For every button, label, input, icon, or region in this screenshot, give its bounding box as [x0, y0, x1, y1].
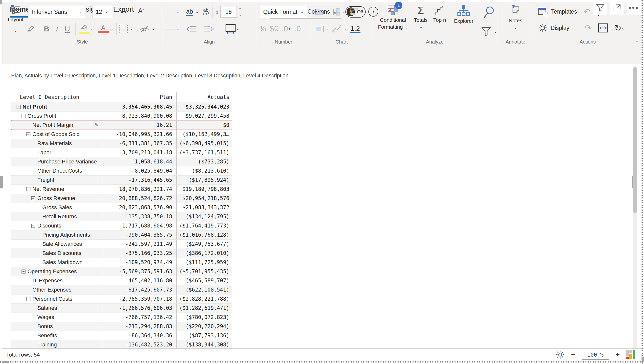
plan-value[interactable]: -213,294,288.83 [103, 322, 177, 331]
table-row[interactable]: Pricing Adjustments ✎ -990,404,385.75 ($… [12, 230, 232, 239]
table-row[interactable]: Freight ✎ -17,316,445.65 ($17,895,924) [12, 175, 232, 184]
actuals-value[interactable]: ($138,344,308) [177, 340, 232, 348]
table-row[interactable]: Cost of Goods Sold ✎ -10,046,995,321.66 … [12, 130, 232, 139]
column-width-button[interactable] [225, 24, 236, 34]
actuals-value[interactable]: ($220,220,294) [177, 322, 232, 331]
actuals-value[interactable]: ($87,793,136) [177, 331, 232, 340]
table-row[interactable]: Purchase Price Variance ✎ -1,058,618.44 … [12, 157, 232, 166]
borders-button[interactable] [120, 25, 128, 33]
bold-button[interactable]: B [41, 25, 52, 33]
plan-value[interactable]: -109,520,974.49 [103, 258, 177, 267]
collapse-toggle-icon[interactable] [22, 270, 26, 274]
actuals-value[interactable]: ($8,213,610) [177, 166, 232, 175]
actuals-value[interactable]: $21,088,343,372 [177, 203, 232, 212]
redo-button[interactable]: ↷ [585, 23, 592, 33]
waterfall-chart-button[interactable]: ⌄ [350, 8, 364, 16]
increase-indent-button[interactable] [203, 25, 214, 33]
actuals-value[interactable]: ($1,282,619,471) [177, 304, 232, 312]
collapse-ribbon-chevron[interactable]: ⌄ [635, 38, 639, 44]
collapse-toggle-icon[interactable] [22, 114, 26, 118]
actuals-value[interactable]: ($111,725,959) [177, 258, 232, 267]
undo-button[interactable]: ↶ [583, 7, 590, 16]
plan-value[interactable]: 8,923,840,900.08 [103, 112, 177, 120]
table-row[interactable]: Other Expenses ✎ -617,425,607.73 ($622,1… [12, 285, 232, 294]
plan-value[interactable]: -375,166,033.25 [103, 249, 177, 258]
actuals-value[interactable]: ($10,162,499,3… [177, 130, 232, 139]
table-row[interactable]: Personnel Costs ✎ -2,785,359,707.18 ($2,… [12, 294, 232, 304]
table-row[interactable]: Raw Materials ✎ -6,311,381,367.35 ($6,39… [12, 139, 232, 148]
plan-value[interactable]: -990,404,385.75 [103, 230, 177, 239]
table-row[interactable]: Other Direct Costs ✎ -8,025,849.04 ($8,2… [12, 166, 232, 175]
table-row[interactable]: Sales Markdown ✎ -109,520,974.49 ($111,7… [12, 258, 232, 267]
italic-button[interactable]: I [52, 25, 62, 33]
wrap-text-button[interactable]: abc↵ [203, 8, 209, 16]
decrease-font-button[interactable]: Aˇ [138, 7, 144, 15]
templates-button[interactable]: Templates [538, 7, 577, 16]
increase-font-button[interactable]: Aˆ [121, 6, 128, 15]
font-size-select[interactable]: 12 ⌄ [93, 6, 112, 18]
actuals-value[interactable]: ($249,753,677) [177, 240, 232, 248]
focus-mode-button[interactable] [610, 1, 624, 14]
actuals-value[interactable]: ($2,828,221,788) [177, 294, 232, 304]
plan-value[interactable]: -2,785,359,707.18 [103, 294, 177, 304]
visual-filter-button[interactable] [593, 1, 607, 14]
actuals-value[interactable]: $3,325,344,023 [177, 102, 232, 111]
number-format-button[interactable]: 1.2 [350, 25, 360, 33]
top-n-button[interactable]: Top n [433, 4, 446, 23]
actuals-value[interactable]: $19,189,798,803 [177, 185, 232, 194]
plan-value[interactable]: -766,757,136.42 [103, 313, 177, 322]
conditional-formatting-button[interactable]: 1 Conditional Formatting ⌄ [377, 5, 409, 31]
actuals-value[interactable]: ($3,737,161,511) [177, 148, 232, 157]
totals-button[interactable]: Σ Totals ⌄ [414, 5, 427, 30]
explorer-button[interactable]: Explorer [454, 5, 473, 24]
actuals-value[interactable]: ($622,108,541) [177, 285, 232, 294]
font-color-button[interactable]: A [98, 25, 109, 34]
table-row[interactable]: Sales Discounts ✎ -375,166,033.25 ($386,… [12, 248, 232, 258]
table-row[interactable]: Net Profit Margin ✎ 16.21 $0 [12, 120, 232, 130]
table-row[interactable]: Bonus ✎ -213,294,288.83 ($220,220,294) [12, 322, 232, 331]
actuals-value[interactable]: ($386,172,010) [177, 249, 232, 258]
actuals-value[interactable]: ($134,124,795) [177, 212, 232, 221]
table-row[interactable]: Gross Revenue ✎ 20,688,524,826.72 $20,95… [12, 194, 232, 203]
plan-value[interactable]: -617,425,607.73 [103, 285, 177, 294]
hide-values-button[interactable] [140, 25, 150, 33]
increase-decimal-button[interactable]: .0+ [282, 24, 291, 34]
table-row[interactable]: IT Expenses ✎ -465,402,116.80 ($465,589,… [12, 276, 232, 285]
column-header-actuals[interactable]: Actuals [177, 92, 232, 102]
actuals-value[interactable]: ($6,398,495,015) [177, 139, 232, 148]
plan-value[interactable]: -242,597,211.49 [103, 240, 177, 248]
table-chart-button[interactable]: ⌄ [314, 25, 329, 33]
table-row[interactable]: Operating Expenses ✎ -5,569,375,591.63 (… [12, 267, 232, 276]
collapse-toggle-icon[interactable] [27, 132, 31, 136]
plan-value[interactable]: -1,266,576,606.03 [103, 304, 177, 312]
row-height-input[interactable]: 18 [220, 6, 237, 18]
table-row[interactable]: Sale Allowances ✎ -242,597,211.49 ($249,… [12, 239, 232, 248]
plan-value[interactable]: -1,717,688,604.98 [103, 221, 177, 230]
plan-value[interactable]: -135,338,750.18 [103, 212, 177, 221]
actuals-value[interactable]: ($17,895,924) [177, 176, 232, 184]
plan-value[interactable]: -17,316,445.65 [103, 176, 177, 184]
column-header-level0[interactable]: Level 0 Description [12, 92, 103, 102]
horizontal-align-button[interactable] [166, 28, 176, 30]
plan-value[interactable]: -86,364,340.36 [103, 331, 177, 340]
underline-button[interactable]: U [62, 25, 73, 33]
zoom-out-button[interactable]: − [571, 350, 575, 359]
table-row[interactable]: Benefits ✎ -86,364,340.36 ($87,793,136) [12, 331, 232, 340]
table-row[interactable]: Net Profit ✎ 3,354,465,308.45 $3,325,344… [12, 102, 232, 111]
plan-value[interactable]: -465,402,116.80 [103, 276, 177, 285]
percent-format-button[interactable]: % [259, 24, 266, 34]
plan-value[interactable]: 20,688,524,826.72 [103, 194, 177, 203]
bar-chart-button[interactable]: ⌄ [314, 8, 329, 16]
table-row[interactable]: Gross Sales ✎ 20,823,863,576.90 $21,088,… [12, 203, 232, 212]
table-row[interactable]: Discounts ✎ -1,717,688,604.98 ($1,764,41… [12, 221, 232, 230]
plan-value[interactable]: -136,482,523.20 [103, 340, 177, 348]
plan-value[interactable]: -5,569,375,591.63 [103, 267, 177, 276]
plan-value[interactable]: 16.21 [103, 121, 177, 130]
layout-button[interactable]: Layout ⌄ [6, 4, 25, 43]
actuals-value[interactable]: ($1,764,419,773) [177, 221, 232, 230]
resize-handle-top-left[interactable] [0, 0, 2, 4]
collapse-toggle-icon[interactable] [32, 196, 35, 200]
settings-gear-button[interactable] [556, 350, 564, 359]
plan-value[interactable]: -10,046,995,321.66 [103, 130, 177, 139]
table-row[interactable]: Net Revenue ✎ 18,970,836,221.74 $19,189,… [12, 184, 232, 194]
